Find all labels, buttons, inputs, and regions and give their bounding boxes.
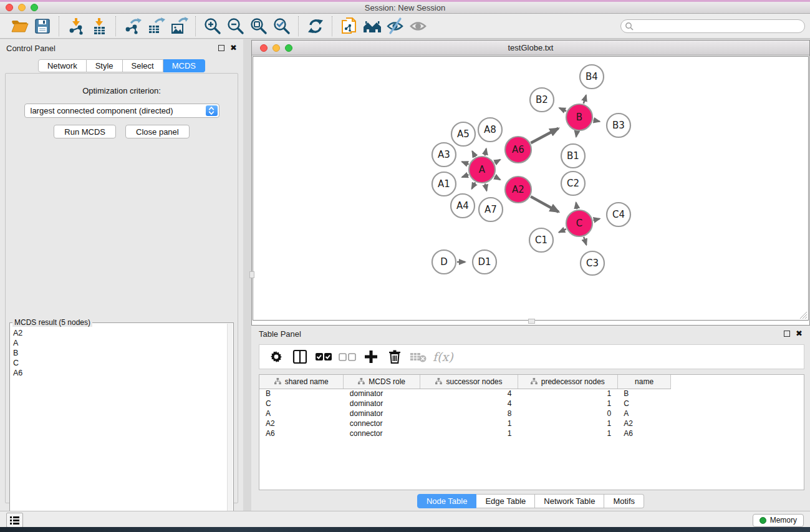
graph-edge-A-A2[interactable] bbox=[494, 177, 500, 180]
column-header-shared-name[interactable]: shared name bbox=[259, 375, 344, 389]
open-session-button[interactable] bbox=[7, 15, 31, 37]
tab-motifs[interactable]: Motifs bbox=[604, 494, 644, 508]
table-delete-column-button[interactable] bbox=[384, 346, 405, 367]
graph-edge-A-A4[interactable] bbox=[472, 182, 476, 188]
table-row[interactable]: A2connector11A2 bbox=[259, 418, 804, 428]
graph-edge-B-B3[interactable] bbox=[594, 120, 600, 122]
graph-edge-C-C1[interactable] bbox=[559, 229, 566, 232]
import-table-button[interactable] bbox=[87, 15, 110, 37]
graph-node-A2[interactable]: A2 bbox=[505, 177, 531, 203]
network-close-button[interactable] bbox=[260, 44, 268, 52]
graph-node-D1[interactable]: D1 bbox=[473, 250, 496, 274]
column-header-name[interactable]: name bbox=[617, 375, 671, 389]
column-header-predecessor-nodes[interactable]: predecessor nodes bbox=[518, 375, 617, 389]
tab-network-table[interactable]: Network Table bbox=[535, 494, 604, 508]
graph-edge-A-A5[interactable] bbox=[472, 151, 475, 157]
network-scroll-indicator-bottom[interactable] bbox=[528, 319, 535, 324]
refresh-view-button[interactable] bbox=[304, 15, 327, 37]
graph-edge-A-A8[interactable] bbox=[485, 148, 486, 155]
result-item[interactable]: A bbox=[13, 338, 231, 348]
table-row[interactable]: Adominator80A bbox=[259, 409, 804, 418]
graph-node-A7[interactable]: A7 bbox=[479, 198, 503, 221]
table-close-panel-icon[interactable]: ✖ bbox=[796, 331, 803, 337]
graph-node-A4[interactable]: A4 bbox=[451, 194, 475, 218]
run-mcds-button[interactable]: Run MCDS bbox=[54, 125, 116, 138]
network-canvas[interactable]: B4B2BB3A5A8A6B1A3AA1C2A2A4A7CC4C1C3DD1 bbox=[253, 56, 809, 321]
close-panel-button[interactable]: Close panel bbox=[125, 125, 190, 138]
tab-style[interactable]: Style bbox=[87, 59, 123, 72]
graph-edge-A-A6[interactable] bbox=[494, 160, 500, 163]
graph-edge-C-C2[interactable] bbox=[576, 203, 577, 210]
result-item[interactable]: A2 bbox=[13, 328, 231, 338]
hide-graphics-details-button[interactable] bbox=[383, 15, 407, 37]
graph-node-A8[interactable]: A8 bbox=[478, 118, 502, 142]
save-session-button[interactable] bbox=[31, 15, 54, 37]
network-zoom-button[interactable] bbox=[285, 44, 292, 52]
close-panel-icon[interactable]: ✖ bbox=[230, 45, 237, 51]
graph-node-B1[interactable]: B1 bbox=[561, 144, 585, 168]
home-button[interactable] bbox=[360, 15, 383, 37]
function-builder-button[interactable]: f(x) bbox=[433, 350, 453, 364]
memory-button[interactable]: Memory bbox=[753, 514, 804, 527]
zoom-selected-button[interactable] bbox=[270, 15, 293, 37]
graph-node-A[interactable]: A bbox=[469, 157, 495, 183]
network-from-document-button[interactable] bbox=[337, 15, 360, 37]
table-deselect-all-button[interactable] bbox=[337, 346, 357, 367]
graph-node-B[interactable]: B bbox=[566, 104, 592, 130]
graph-edge-C-C4[interactable] bbox=[593, 219, 599, 220]
minimize-window-button[interactable] bbox=[18, 4, 26, 11]
column-header-MCDS-role[interactable]: MCDS role bbox=[344, 375, 420, 389]
graph-edge-B-B1[interactable] bbox=[576, 132, 577, 137]
graph-node-C2[interactable]: C2 bbox=[561, 172, 585, 195]
table-row[interactable]: A6connector11A6 bbox=[259, 428, 804, 438]
table-float-panel-icon[interactable] bbox=[784, 331, 790, 337]
tab-select[interactable]: Select bbox=[123, 59, 163, 72]
graph-node-C[interactable]: C bbox=[566, 210, 592, 236]
table-row[interactable]: Bdominator41B bbox=[259, 389, 804, 399]
graph-edge-A-A7[interactable] bbox=[485, 183, 486, 190]
graph-node-D[interactable]: D bbox=[432, 250, 456, 274]
zoom-fit-button[interactable] bbox=[247, 15, 270, 37]
graph-node-A3[interactable]: A3 bbox=[432, 143, 456, 167]
export-table-button[interactable] bbox=[144, 15, 167, 37]
graph-node-A5[interactable]: A5 bbox=[451, 122, 475, 146]
graph-edge-A-A1[interactable] bbox=[462, 175, 468, 177]
float-panel-icon[interactable] bbox=[218, 45, 224, 51]
import-network-button[interactable] bbox=[64, 15, 87, 37]
table-delete-table-button[interactable] bbox=[408, 346, 428, 367]
table-select-all-button[interactable] bbox=[313, 346, 334, 367]
graph-node-B3[interactable]: B3 bbox=[607, 114, 630, 137]
graph-edge-B-B2[interactable] bbox=[559, 108, 566, 111]
graph-edge-B-B4[interactable] bbox=[584, 95, 586, 104]
result-item[interactable]: C bbox=[13, 358, 231, 368]
result-scrollbar[interactable] bbox=[227, 324, 233, 532]
network-scroll-indicator-left[interactable] bbox=[249, 271, 254, 278]
table-column-layout-button[interactable] bbox=[289, 346, 310, 367]
graph-node-A1[interactable]: A1 bbox=[432, 172, 456, 196]
criterion-select[interactable]: largest connected component (directed) bbox=[24, 104, 219, 118]
tab-network[interactable]: Network bbox=[38, 59, 87, 72]
zoom-in-button[interactable] bbox=[201, 15, 224, 37]
table-settings-button[interactable] bbox=[266, 346, 286, 367]
export-network-button[interactable] bbox=[121, 15, 144, 37]
tab-edge-table[interactable]: Edge Table bbox=[476, 494, 535, 508]
tab-node-table[interactable]: Node Table bbox=[417, 494, 477, 508]
graph-edge-A-A3[interactable] bbox=[462, 162, 469, 164]
table-add-column-button[interactable] bbox=[360, 346, 381, 367]
graph-node-C1[interactable]: C1 bbox=[529, 228, 553, 252]
result-item[interactable]: B bbox=[13, 348, 231, 358]
zoom-window-button[interactable] bbox=[31, 4, 38, 11]
show-graphics-details-button[interactable] bbox=[407, 15, 430, 37]
graph-node-B4[interactable]: B4 bbox=[580, 65, 604, 89]
export-image-button[interactable] bbox=[167, 15, 190, 37]
network-minimize-button[interactable] bbox=[272, 44, 280, 52]
graph-node-A6[interactable]: A6 bbox=[505, 137, 531, 163]
resize-grip[interactable] bbox=[798, 310, 808, 319]
table-row[interactable]: Cdominator41C bbox=[259, 399, 804, 409]
column-header-successor-nodes[interactable]: successor nodes bbox=[420, 375, 518, 389]
graph-node-C3[interactable]: C3 bbox=[581, 251, 604, 275]
graph-edge-C-C3[interactable] bbox=[584, 237, 586, 245]
search-input[interactable] bbox=[620, 19, 805, 33]
tab-mcds[interactable]: MCDS bbox=[163, 59, 205, 72]
task-history-button[interactable] bbox=[6, 513, 23, 528]
